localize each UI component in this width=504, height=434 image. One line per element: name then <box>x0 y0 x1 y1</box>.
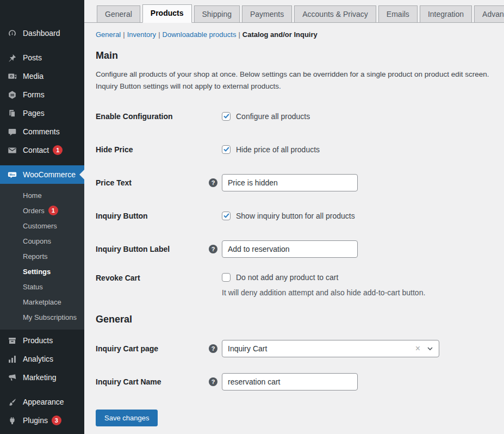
forms-icon <box>7 89 17 100</box>
megaphone-icon <box>7 372 17 383</box>
submenu-item-coupons[interactable]: Coupons <box>0 233 84 249</box>
enable-configuration-checkbox[interactable] <box>222 112 231 121</box>
check-icon <box>223 212 230 219</box>
field-label: Revoke Cart <box>96 273 209 282</box>
sidebar-item-label: Products <box>23 336 53 345</box>
help-col: ? <box>209 178 222 187</box>
row-inquiry-button-label: Inquiry Button Label ? <box>96 240 493 258</box>
subnav-link-general[interactable]: General <box>96 30 121 39</box>
brush-icon <box>7 396 17 407</box>
svg-text:Woo: Woo <box>9 173 15 176</box>
inquiry-cart-page-select[interactable]: Inquiry Cart × <box>222 340 439 357</box>
submenu-item-settings[interactable]: Settings <box>0 264 84 279</box>
menu-separator <box>0 42 84 48</box>
checkbox-label[interactable]: Do not add any product to cart <box>236 273 338 282</box>
tab-products[interactable]: Products <box>142 4 192 23</box>
submenu-label: Customers <box>23 222 57 230</box>
comment-icon <box>7 126 17 137</box>
sidebar-item-forms[interactable]: Forms <box>0 85 84 104</box>
checkbox-label[interactable]: Show inquiry button for all products <box>236 212 355 220</box>
menu-separator <box>0 387 84 393</box>
sidebar-item-comments[interactable]: Comments <box>0 122 84 141</box>
field-label: Price Text <box>96 178 209 187</box>
price-text-input[interactable] <box>222 174 358 191</box>
check-icon <box>223 146 230 153</box>
subnav-link-downloadable-products[interactable]: Downloadable products <box>163 30 237 39</box>
woocommerce-icon: Woo <box>7 169 17 180</box>
tab-payments[interactable]: Payments <box>242 5 292 22</box>
row-inquiry-cart-page: Inquiry Cart page ? Inquiry Cart × <box>96 339 493 357</box>
help-col <box>209 273 222 277</box>
settings-tabbar: General Products Shipping Payments Accou… <box>84 0 504 23</box>
submenu-item-customers[interactable]: Customers <box>0 218 84 233</box>
menu-separator <box>0 159 84 165</box>
submenu-item-status[interactable]: Status <box>0 279 84 294</box>
help-icon[interactable]: ? <box>209 178 217 187</box>
help-col: ? <box>209 344 222 353</box>
save-changes-button[interactable]: Save changes <box>96 410 158 426</box>
tab-accounts-privacy[interactable]: Accounts & Privacy <box>294 5 376 22</box>
submenu-label: Orders <box>23 207 45 215</box>
help-icon[interactable]: ? <box>209 344 217 353</box>
help-icon[interactable]: ? <box>209 245 217 253</box>
sidebar-item-dashboard[interactable]: Dashboard <box>0 24 84 42</box>
tab-shipping[interactable]: Shipping <box>194 5 240 22</box>
sidebar-item-label: Pages <box>23 109 45 117</box>
subnav-link-inventory[interactable]: Inventory <box>127 30 156 39</box>
sidebar-item-label: Analytics <box>23 355 53 363</box>
inquiry-button-checkbox[interactable] <box>222 212 231 220</box>
sidebar-item-label: Posts <box>23 53 42 62</box>
sidebar-item-label: Comments <box>23 127 60 136</box>
main-section-heading: Main <box>96 50 493 61</box>
subnav-separator: | <box>156 30 162 39</box>
checkbox-label[interactable]: Hide price of all products <box>236 145 320 154</box>
general-section-heading: General <box>96 314 493 325</box>
clear-selection-icon[interactable]: × <box>415 344 420 353</box>
sidebar-item-posts[interactable]: Posts <box>0 48 84 67</box>
sidebar-item-analytics[interactable]: Analytics <box>0 350 84 368</box>
submenu-label: My Subscriptions <box>23 313 77 321</box>
submenu-item-my-subscriptions[interactable]: My Subscriptions <box>0 309 84 325</box>
submenu-item-home[interactable]: Home <box>0 188 84 203</box>
submenu-item-marketplace[interactable]: Marketplace <box>0 294 84 309</box>
sidebar-item-plugins[interactable]: Plugins 3 <box>0 411 84 430</box>
orders-count-badge: 1 <box>48 206 58 215</box>
row-revoke-cart: Revoke Cart Do not add any product to ca… <box>96 273 493 297</box>
tab-emails[interactable]: Emails <box>378 5 418 22</box>
sidebar-item-contact[interactable]: Contact 1 <box>0 141 84 159</box>
tab-integration[interactable]: Integration <box>420 5 472 22</box>
sidebar-item-pages[interactable]: Pages <box>0 104 84 122</box>
inquiry-cart-name-input[interactable] <box>222 373 358 390</box>
help-icon[interactable]: ? <box>209 377 217 386</box>
field-description: It will deny addition attempt and also h… <box>222 288 425 297</box>
hide-price-checkbox[interactable] <box>222 145 231 154</box>
sidebar-item-woocommerce[interactable]: Woo WooCommerce <box>0 165 84 184</box>
dashboard-icon <box>7 28 17 39</box>
sidebar-item-label: Marketing <box>23 373 56 382</box>
submenu-label: Status <box>23 283 43 291</box>
subnav-current-catalog-inquiry: Catalog and/or Inquiry <box>242 30 318 39</box>
sidebar-item-media[interactable]: Media <box>0 67 84 85</box>
field-label: Inquiry Button Label <box>96 245 209 253</box>
submenu-item-orders[interactable]: Orders 1 <box>0 203 84 218</box>
sidebar-item-marketing[interactable]: Marketing <box>0 368 84 387</box>
row-enable-configuration: Enable Configuration Configure all produ… <box>96 107 493 125</box>
media-icon <box>7 71 17 82</box>
sidebar-item-products[interactable]: Products <box>0 331 84 350</box>
submenu-item-reports[interactable]: Reports <box>0 249 84 264</box>
plugins-count-badge: 3 <box>52 416 61 425</box>
section-description: Configure all products of your shop at o… <box>96 69 493 92</box>
submenu-label: Marketplace <box>23 298 61 306</box>
checkbox-label[interactable]: Configure all products <box>236 112 310 121</box>
sidebar-item-label: Appearance <box>23 398 64 406</box>
bar-chart-icon <box>7 354 17 364</box>
field-label: Enable Configuration <box>96 112 209 121</box>
row-inquiry-button: Inquiry Button Show inquiry button for a… <box>96 207 493 225</box>
tab-general[interactable]: General <box>97 5 140 22</box>
inquiry-button-label-input[interactable] <box>222 240 358 258</box>
sidebar-item-label: Plugins <box>23 416 48 425</box>
revoke-cart-checkbox[interactable] <box>222 273 231 282</box>
pages-icon <box>7 108 17 119</box>
tab-advanced[interactable]: Advanced <box>474 5 504 22</box>
sidebar-item-appearance[interactable]: Appearance <box>0 393 84 411</box>
